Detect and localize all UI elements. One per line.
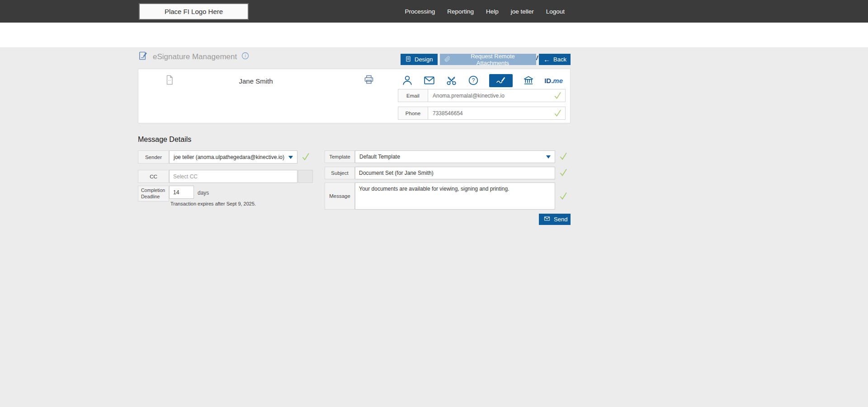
deadline-label-line1: Completion bbox=[141, 187, 165, 193]
cc-label: CC bbox=[138, 170, 169, 183]
template-label: Template bbox=[325, 150, 355, 163]
message-details-heading: Message Details bbox=[138, 136, 191, 144]
email-valid-check-icon bbox=[550, 89, 565, 102]
send-button[interactable]: Send bbox=[539, 214, 571, 225]
cc-action-button[interactable] bbox=[298, 170, 313, 183]
info-icon[interactable]: i bbox=[241, 52, 249, 61]
esignature-pen-icon-selected[interactable] bbox=[489, 74, 513, 87]
design-button[interactable]: Design bbox=[401, 54, 438, 65]
nav-user[interactable]: joe teller bbox=[511, 8, 534, 15]
sender-select[interactable]: joe teller (anoma.ulpathegedara@kinectiv… bbox=[169, 150, 297, 164]
recipient-name: Jane Smith bbox=[206, 77, 306, 85]
back-button[interactable]: ← Back bbox=[539, 54, 571, 65]
template-select[interactable]: Default Template bbox=[355, 150, 555, 163]
page: Place FI Logo Here Processing Reporting … bbox=[0, 0, 868, 407]
send-button-label: Send bbox=[554, 216, 567, 223]
subject-input[interactable] bbox=[355, 167, 555, 179]
page-title: eSignature Management bbox=[153, 52, 237, 61]
help-circle-icon[interactable]: ? bbox=[467, 75, 479, 86]
email-envelope-icon[interactable] bbox=[423, 75, 435, 86]
sender-valid-check-icon bbox=[301, 152, 310, 161]
nav-reporting[interactable]: Reporting bbox=[447, 8, 474, 15]
top-navigation: Processing Reporting Help joe teller Log… bbox=[405, 0, 565, 23]
idme-suffix: me bbox=[553, 77, 563, 84]
design-button-label: Design bbox=[415, 56, 433, 63]
recipient-phone-row: Phone 7338546654 bbox=[398, 107, 566, 120]
subject-valid-check-icon bbox=[559, 168, 568, 177]
person-icon[interactable] bbox=[401, 75, 413, 86]
app-title-wrap: eSignature Management i bbox=[138, 51, 249, 63]
svg-text:?: ? bbox=[472, 77, 475, 84]
printer-icon[interactable] bbox=[363, 74, 374, 87]
request-remote-attachments-button[interactable]: Request Remote Attachments bbox=[440, 54, 536, 65]
keys-icon[interactable] bbox=[445, 75, 458, 86]
fi-logo-text: Place FI Logo Here bbox=[165, 8, 223, 15]
esignature-document-icon bbox=[138, 51, 148, 63]
sender-caret-icon bbox=[288, 156, 293, 159]
phone-valid-check-icon bbox=[550, 107, 565, 119]
recipient-document-icon bbox=[165, 74, 175, 88]
nav-help[interactable]: Help bbox=[486, 8, 499, 15]
top-bar: Place FI Logo Here Processing Reporting … bbox=[0, 0, 868, 23]
fi-logo-placeholder[interactable]: Place FI Logo Here bbox=[139, 3, 249, 20]
send-envelope-icon bbox=[543, 215, 551, 223]
template-selected-value: Default Template bbox=[359, 154, 400, 160]
back-button-label: Back bbox=[553, 56, 566, 63]
signing-method-icons: ? ID.me bbox=[401, 73, 563, 88]
expiry-note: Transaction expires after Sept 9, 2025. bbox=[170, 201, 256, 206]
back-arrow-icon: ← bbox=[543, 56, 550, 63]
subject-label: Subject bbox=[325, 167, 355, 179]
cc-input[interactable] bbox=[169, 170, 297, 183]
completion-deadline-label: Completion Deadline bbox=[138, 186, 169, 201]
idme-logo[interactable]: ID.me bbox=[544, 77, 563, 84]
phone-value[interactable]: 7338546654 bbox=[428, 107, 550, 119]
email-label: Email bbox=[398, 89, 428, 102]
days-unit-label: days bbox=[198, 190, 209, 196]
email-value[interactable]: Anoma.premalal@kinective.io bbox=[428, 89, 550, 102]
svg-text:i: i bbox=[245, 53, 246, 58]
template-caret-icon bbox=[546, 155, 551, 159]
recipient-card: Jane Smith bbox=[138, 69, 571, 123]
recipient-email-row: Email Anoma.premalal@kinective.io bbox=[398, 89, 566, 102]
message-valid-check-icon bbox=[559, 192, 568, 201]
deadline-label-line2: Deadline bbox=[141, 194, 160, 199]
app-header: eSignature Management i Kinective Sign bbox=[0, 23, 868, 48]
message-label: Message bbox=[325, 182, 355, 210]
template-valid-check-icon bbox=[559, 152, 568, 161]
nav-processing[interactable]: Processing bbox=[405, 8, 435, 15]
sender-label: Sender bbox=[138, 150, 169, 164]
idme-prefix: ID. bbox=[544, 77, 553, 84]
nav-logout[interactable]: Logout bbox=[546, 8, 565, 15]
deadline-days-input[interactable] bbox=[169, 186, 194, 199]
sender-selected-value: joe teller (anoma.ulpathegedara@kinectiv… bbox=[174, 154, 284, 160]
request-remote-attachments-label: Request Remote Attachments bbox=[454, 53, 532, 66]
phone-label: Phone bbox=[398, 107, 428, 119]
design-doc-icon bbox=[405, 56, 411, 64]
paperclip-icon bbox=[444, 56, 451, 64]
message-textarea[interactable]: Your documents are available for viewing… bbox=[355, 182, 555, 210]
bank-branch-icon[interactable] bbox=[523, 75, 534, 86]
